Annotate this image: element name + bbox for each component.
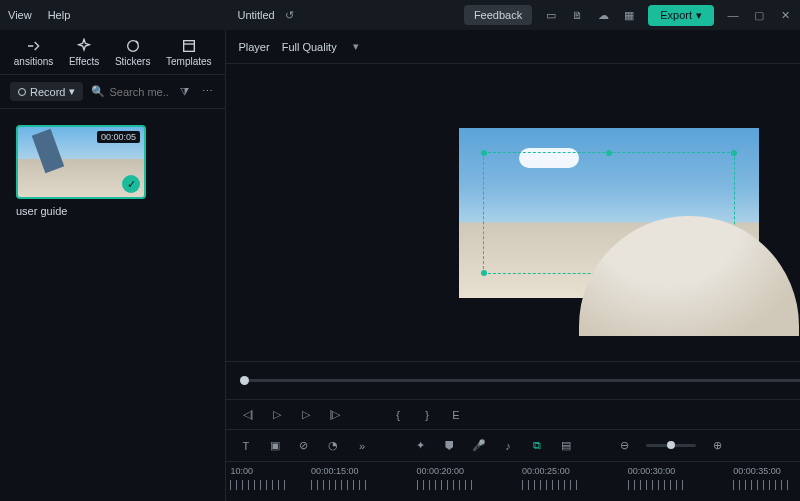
device-icon[interactable]: ▭ [544, 8, 558, 22]
grid-icon[interactable]: ▦ [622, 8, 636, 22]
media-clip[interactable]: 00:00:05 ✓ user guide [16, 125, 146, 217]
menu-help[interactable]: Help [48, 9, 71, 21]
play-icon[interactable]: ▷ [298, 407, 313, 422]
clip-title: user guide [16, 205, 146, 217]
menu-view[interactable]: View [8, 9, 32, 21]
next-frame-icon[interactable]: |▷ [327, 407, 342, 422]
clip-duration-badge: 00:00:05 [97, 131, 140, 143]
quality-selector[interactable]: Full Quality▾ [282, 40, 359, 53]
player-label[interactable]: Player [238, 41, 269, 53]
ruler-tick: 00:00:25:00 [522, 462, 570, 501]
ruler-tick: 00:00:20:00 [417, 462, 465, 501]
speed-tool-icon[interactable]: ⊘ [296, 438, 311, 453]
link-icon[interactable]: ⧉ [529, 438, 544, 453]
text-tool-icon[interactable]: T [238, 438, 253, 453]
brace-open-icon[interactable]: { [390, 407, 405, 422]
record-button[interactable]: Record▾ [10, 82, 83, 101]
search-icon: 🔍 [91, 85, 105, 98]
layers-icon[interactable]: ▤ [558, 438, 573, 453]
expand-icon[interactable]: » [354, 438, 369, 453]
selection-box[interactable] [483, 152, 735, 274]
play-back-icon[interactable]: ▷ [269, 407, 284, 422]
ruler-tick: 10:00 [230, 462, 253, 501]
history-icon[interactable]: ↺ [283, 8, 297, 22]
close-icon[interactable]: ✕ [778, 8, 792, 22]
maximize-icon[interactable]: ▢ [752, 8, 766, 22]
cloud-icon[interactable]: ☁ [596, 8, 610, 22]
tab-templates[interactable]: Templates [166, 38, 212, 67]
document-title: Untitled [237, 9, 274, 21]
color-tool-icon[interactable]: ◔ [325, 438, 340, 453]
zoom-slider[interactable] [646, 444, 696, 447]
export-button[interactable]: Export▾ [648, 5, 714, 26]
tab-effects[interactable]: Effects [69, 38, 99, 67]
check-icon: ✓ [122, 175, 140, 193]
tab-stickers[interactable]: Stickers [115, 38, 151, 67]
scrub-bar[interactable] [240, 379, 800, 382]
timeline-ruler[interactable]: 10:00 00:00:15:00 00:00:20:00 00:00:25:0… [226, 461, 800, 501]
timeline-toolbar: T ▣ ⊘ ◔ » ✦ ⛊ 🎤 ♪ ⧉ ▤ ⊖ ⊕ ≣ ▾ [226, 429, 800, 461]
shield-icon[interactable]: ⛊ [442, 438, 457, 453]
tab-transitions[interactable]: ansitions [14, 38, 53, 67]
search-input[interactable]: 🔍 [91, 85, 169, 98]
save-icon[interactable]: 🗎 [570, 8, 584, 22]
zoom-out-icon[interactable]: ⊖ [617, 438, 632, 453]
ruler-tick: 00:00:35:00 [733, 462, 781, 501]
prev-frame-icon[interactable]: ◁| [240, 407, 255, 422]
text-icon[interactable]: E [448, 407, 463, 422]
zoom-in-icon[interactable]: ⊕ [710, 438, 725, 453]
player-panel: Player Full Quality▾ 🖼 00:00:00:00 [226, 30, 800, 501]
preview-viewport[interactable] [459, 128, 759, 298]
music-icon[interactable]: ♪ [500, 438, 515, 453]
mic-icon[interactable]: 🎤 [471, 438, 486, 453]
minimize-icon[interactable]: — [726, 8, 740, 22]
crop-tool-icon[interactable]: ▣ [267, 438, 282, 453]
media-panel: ansitions Effects Stickers Templates Rec… [0, 30, 226, 501]
ruler-tick: 00:00:30:00 [628, 462, 676, 501]
titlebar: View Help Untitled ↺ Feedback ▭ 🗎 ☁ ▦ Ex… [0, 0, 800, 30]
feedback-button[interactable]: Feedback [464, 5, 532, 25]
more-icon[interactable]: ⋯ [200, 84, 215, 99]
svg-rect-1 [183, 40, 194, 51]
filter-icon[interactable]: ⧩ [177, 84, 192, 99]
brace-close-icon[interactable]: } [419, 407, 434, 422]
ruler-tick: 00:00:15:00 [311, 462, 359, 501]
marker-icon[interactable]: ✦ [413, 438, 428, 453]
